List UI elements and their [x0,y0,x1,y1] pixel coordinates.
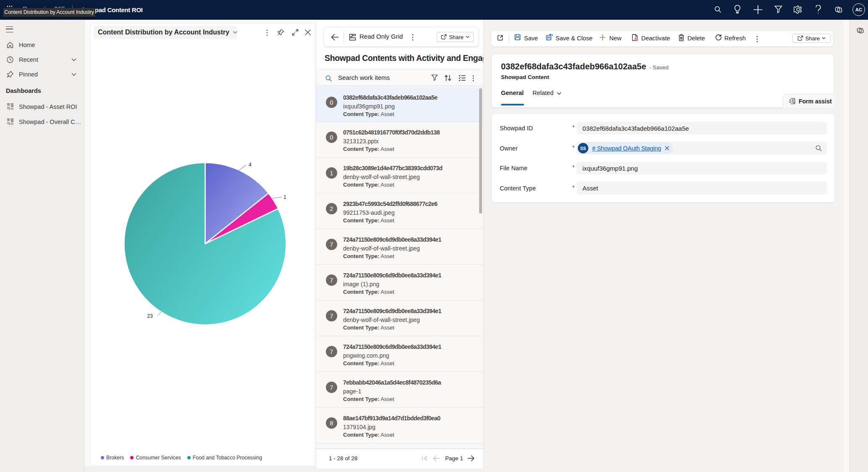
svg-text:23: 23 [147,313,153,319]
svg-text:1: 1 [283,194,286,200]
svg-text:4: 4 [249,162,252,168]
